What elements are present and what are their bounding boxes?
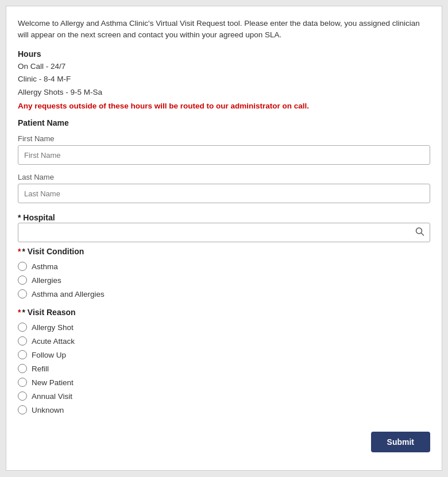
hours-section: Hours On Call - 24/7 Clinic - 8-4 M-F Al… [18,49,430,111]
visit-condition-asthma-radio[interactable] [18,262,27,271]
visit-reason-unknown-label: Unknown [32,406,64,414]
visit-reason-section: ** Visit Reason Allergy Shot Acute Attac… [18,308,430,414]
hours-title: Hours [18,49,430,59]
visit-reason-text: * Visit Reason [22,308,75,317]
visit-condition-section: ** Visit Condition Asthma Allergies Asth… [18,247,430,298]
visit-reason-acute-attack-label: Acute Attack [32,337,75,346]
visit-condition-label: ** Visit Condition [18,247,430,256]
visit-reason-allergy-shot-radio[interactable] [18,323,27,332]
visit-reason-refill[interactable]: Refill [18,364,430,373]
hours-on-call: On Call - 24/7 [18,60,430,73]
visit-reason-annual-visit-label: Annual Visit [32,392,72,401]
visit-condition-asthma-allergies-label: Asthma and Allergies [32,290,105,298]
visit-condition-allergies-label: Allergies [32,276,61,285]
visit-condition-text: * Visit Condition [22,247,84,256]
hospital-search-button[interactable] [411,225,429,241]
visit-condition-asthma-label: Asthma [32,262,58,271]
visit-reason-allergy-shot[interactable]: Allergy Shot [18,323,430,332]
visit-condition-allergies[interactable]: Allergies [18,276,430,285]
visit-condition-asthma[interactable]: Asthma [18,262,430,271]
last-name-input[interactable] [18,184,430,203]
visit-condition-asthma-allergies-radio[interactable] [18,289,27,298]
visit-reason-new-patient[interactable]: New Patient [18,378,430,387]
first-name-input[interactable] [18,145,430,165]
patient-name-title: Patient Name [18,118,430,127]
form-container: Welcome to Allergy and Asthma Clinic's V… [6,6,442,471]
visit-reason-star: * [18,308,21,317]
submit-area: Submit [18,426,430,452]
visit-reason-refill-label: Refill [32,364,49,373]
last-name-group: Last Name [18,173,430,203]
visit-reason-annual-visit[interactable]: Annual Visit [18,391,430,401]
welcome-text: Welcome to Allergy and Asthma Clinic's V… [18,18,430,41]
last-name-label: Last Name [18,173,430,181]
hospital-input[interactable] [18,223,430,242]
visit-reason-unknown-radio[interactable] [18,405,27,414]
visit-reason-follow-up-radio[interactable] [18,350,27,359]
patient-name-section: Patient Name First Name Last Name [18,118,430,203]
visit-reason-acute-attack-radio[interactable] [18,336,27,346]
search-icon [415,227,424,236]
hospital-field-wrapper [18,223,430,242]
svg-line-1 [422,233,424,235]
visit-reason-label: ** Visit Reason [18,308,430,317]
hours-warning: Any requests outside of these hours will… [18,102,430,110]
visit-reason-follow-up[interactable]: Follow Up [18,350,430,359]
visit-condition-allergies-radio[interactable] [18,276,27,285]
visit-reason-annual-visit-radio[interactable] [18,391,27,401]
visit-condition-asthma-allergies[interactable]: Asthma and Allergies [18,289,430,298]
hours-clinic: Clinic - 8-4 M-F [18,73,430,86]
visit-condition-star: * [18,247,21,256]
visit-reason-follow-up-label: Follow Up [32,351,66,359]
submit-button[interactable]: Submit [371,432,430,452]
visit-reason-unknown[interactable]: Unknown [18,405,430,414]
hours-allergy-shots: Allergy Shots - 9-5 M-Sa [18,86,430,99]
visit-reason-allergy-shot-label: Allergy Shot [32,323,74,332]
visit-reason-new-patient-radio[interactable] [18,378,27,387]
visit-reason-refill-radio[interactable] [18,364,27,373]
visit-reason-acute-attack[interactable]: Acute Attack [18,336,430,346]
visit-reason-new-patient-label: New Patient [32,378,74,387]
hospital-label: * Hospital [18,213,55,222]
first-name-label: First Name [18,134,430,143]
hospital-group: * Hospital [18,212,430,242]
first-name-group: First Name [18,134,430,165]
